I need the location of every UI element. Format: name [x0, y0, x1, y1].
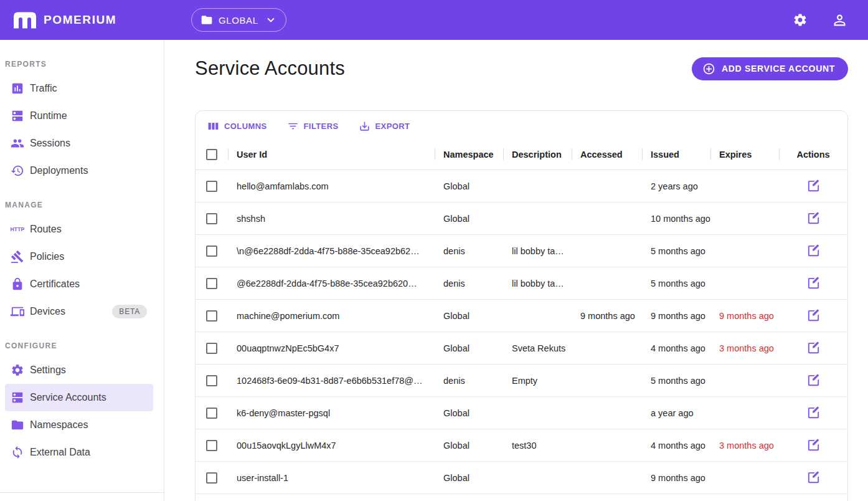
sidebar-item-devices[interactable]: DevicesBETA [5, 298, 153, 325]
issued-cell: 5 months ago [642, 279, 710, 289]
toolbar-button-label: FILTERS [304, 122, 339, 131]
edit-icon [806, 211, 821, 226]
row-checkbox[interactable] [206, 440, 217, 451]
row-checkbox[interactable] [206, 213, 217, 224]
column-header-issued[interactable]: Issued [642, 139, 710, 169]
sidebar-item-label: Policies [30, 251, 64, 262]
sidebar-section-title: REPORTS [0, 44, 164, 75]
sidebar-item-label: Certificates [30, 279, 80, 290]
row-checkbox-cell [196, 213, 228, 224]
sidebar-item-icon-wrap [10, 418, 25, 432]
edit-service-account-button[interactable] [803, 434, 824, 456]
sidebar-item-sessions[interactable]: Sessions [5, 130, 153, 157]
row-checkbox[interactable] [206, 310, 217, 322]
namespace-cell: Global [435, 343, 503, 353]
actions-cell [779, 305, 847, 327]
row-checkbox-cell [196, 375, 228, 386]
column-header-description[interactable]: Description [503, 139, 572, 169]
edit-service-account-button[interactable] [803, 467, 824, 489]
row-checkbox[interactable] [206, 278, 217, 289]
edit-service-account-button[interactable] [803, 272, 824, 294]
columns-button[interactable]: COLUMNS [206, 118, 268, 135]
toolbar-button-label: EXPORT [375, 122, 410, 131]
actions-cell [779, 240, 847, 262]
accessed-cell: 9 months ago [572, 311, 642, 321]
sidebar-item-service-accounts[interactable]: Service Accounts [5, 384, 153, 411]
person-icon [831, 12, 848, 29]
table-row: shshshGlobal10 months ago [196, 203, 847, 235]
namespace-cell: Global [435, 311, 503, 321]
sessions-icon [11, 136, 24, 150]
sidebar-item-deployments[interactable]: Deployments [5, 157, 153, 184]
user-id-cell: \n@6e2288df-2dda-4f75-b88e-35cea92b62… [228, 246, 435, 256]
actions-cell [779, 370, 847, 391]
edit-service-account-button[interactable] [803, 370, 824, 391]
sidebar-divider [0, 492, 164, 493]
row-checkbox[interactable] [206, 343, 217, 354]
add-service-account-button[interactable]: ADD SERVICE ACCOUNT [692, 57, 848, 80]
row-checkbox[interactable] [206, 375, 217, 386]
description-cell: lil bobby ta… [503, 279, 572, 289]
export-icon [359, 120, 370, 132]
sidebar-item-label: Deployments [30, 165, 88, 176]
issued-cell: 2 years ago [642, 181, 710, 191]
column-header-accessed[interactable]: Accessed [572, 139, 642, 169]
top-app-bar: POMERIUM GLOBAL [0, 0, 868, 40]
user-id-cell: user-install-1 [228, 473, 435, 483]
row-checkbox[interactable] [206, 181, 217, 192]
column-header-namespace[interactable]: Namespace [435, 139, 503, 169]
edit-service-account-button[interactable] [803, 305, 824, 327]
sidebar-item-label: External Data [30, 447, 90, 458]
edit-service-account-button[interactable] [803, 337, 824, 359]
actions-cell [779, 208, 847, 229]
row-checkbox[interactable] [206, 246, 217, 257]
actions-cell [779, 337, 847, 359]
sidebar-item-label: Routes [30, 224, 62, 235]
table-row: user-install-1Global9 months ago [196, 462, 847, 494]
sidebar-item-certificates[interactable]: Certificates [5, 270, 153, 298]
edit-service-account-button[interactable] [803, 175, 824, 197]
namespace-cell: Global [435, 473, 503, 483]
sidebar-item-routes[interactable]: HTTPRoutes [5, 216, 153, 243]
issued-cell: 4 months ago [642, 343, 710, 353]
column-header-expires[interactable]: Expires [710, 139, 779, 169]
export-button[interactable]: EXPORT [357, 118, 412, 135]
filters-button[interactable]: FILTERS [286, 118, 340, 135]
row-checkbox-cell [196, 343, 228, 354]
sidebar-item-traffic[interactable]: Traffic [5, 75, 153, 102]
sidebar-item-policies[interactable]: Policies [5, 243, 153, 270]
namespace-selector[interactable]: GLOBAL [191, 8, 286, 32]
sidebar-item-runtime[interactable]: Runtime [5, 102, 153, 130]
row-checkbox[interactable] [206, 472, 217, 484]
edit-icon [806, 341, 821, 355]
row-checkbox[interactable] [206, 408, 217, 419]
filter-icon [287, 120, 299, 132]
sidebar-section: REPORTSTrafficRuntimeSessionsDeployments [0, 44, 164, 184]
table-row: 00uaqptnwzNpEc5bG4x7GlobalSveta Rekuts4 … [196, 332, 847, 365]
user-id-cell: 00uaqptnwzNpEc5bG4x7 [228, 343, 435, 353]
edit-service-account-button[interactable] [803, 240, 824, 262]
column-header-actions[interactable]: Actions [779, 139, 847, 169]
row-checkbox-cell [196, 181, 228, 192]
sidebar-item-external-data[interactable]: External Data [5, 439, 153, 466]
sidebar-item-label: Namespaces [30, 419, 88, 431]
user-id-cell: hello@amfamlabs.com [228, 181, 435, 191]
namespace-cell: Global [435, 441, 503, 451]
chevron-down-icon [264, 13, 278, 27]
devices-icon [11, 305, 24, 318]
actions-cell [779, 402, 847, 424]
user-id-cell: shshsh [228, 214, 435, 224]
edit-icon [806, 308, 821, 323]
sidebar-item-label: Traffic [30, 83, 57, 94]
sidebar-item-label: Devices [30, 306, 65, 317]
sidebar-item-icon-wrap [10, 250, 25, 264]
sidebar-item-settings[interactable]: Settings [5, 356, 153, 384]
column-header-user-id[interactable]: User Id [228, 139, 435, 169]
edit-service-account-button[interactable] [803, 208, 824, 229]
row-checkbox-cell [196, 472, 228, 484]
settings-gear-button[interactable] [793, 12, 808, 27]
account-button[interactable] [831, 12, 848, 29]
select-all-checkbox[interactable] [206, 149, 217, 160]
sidebar-item-namespaces[interactable]: Namespaces [5, 411, 153, 439]
edit-service-account-button[interactable] [803, 402, 824, 424]
